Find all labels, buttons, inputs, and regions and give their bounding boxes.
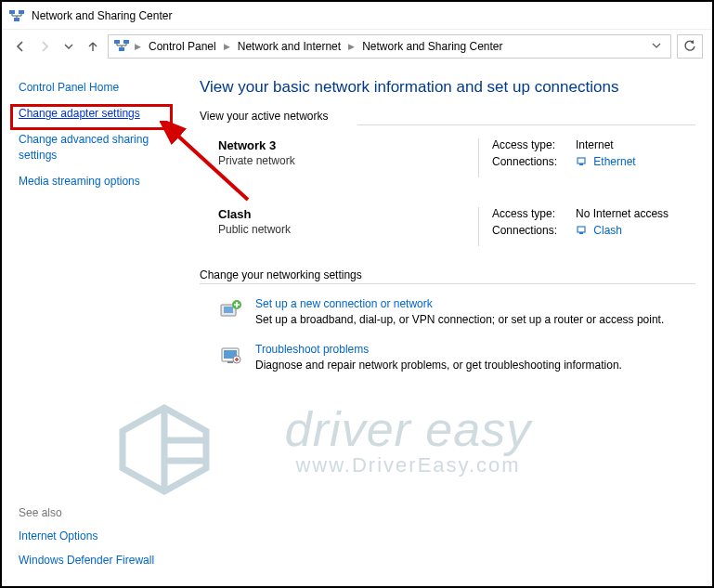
sidebar: Control Panel Home Change adapter settin… xyxy=(2,63,194,586)
recent-locations-button[interactable] xyxy=(59,37,78,56)
breadcrumb-network-internet[interactable]: Network and Internet xyxy=(234,40,344,53)
ethernet-icon xyxy=(576,225,587,236)
settings-desc: Diagnose and repair network problems, or… xyxy=(255,359,622,372)
forward-button[interactable] xyxy=(35,37,54,56)
settings-item-troubleshoot: Troubleshoot problems Diagnose and repai… xyxy=(218,343,695,372)
setup-connection-icon xyxy=(218,297,244,323)
access-type-label: Access type: xyxy=(492,138,576,151)
see-also-defender-firewall[interactable]: Windows Defender Firewall xyxy=(19,553,154,568)
network-name: Network 3 xyxy=(218,138,478,152)
up-button[interactable] xyxy=(84,37,102,56)
active-networks-heading: View your active networks xyxy=(200,110,695,123)
see-also-heading: See also xyxy=(19,506,154,519)
network-type: Private network xyxy=(218,154,478,167)
troubleshoot-icon xyxy=(218,343,244,369)
svg-rect-9 xyxy=(579,232,583,234)
svg-rect-6 xyxy=(578,158,585,163)
svg-rect-7 xyxy=(579,163,583,165)
breadcrumb-network-sharing[interactable]: Network and Sharing Center xyxy=(358,40,506,53)
network-row: Network 3 Private network Access type: I… xyxy=(200,125,695,194)
svg-rect-11 xyxy=(224,307,233,313)
connection-link[interactable]: Ethernet xyxy=(593,155,635,168)
chevron-right-icon[interactable]: ▶ xyxy=(222,42,232,51)
ethernet-icon xyxy=(576,156,587,167)
settings-link-setup[interactable]: Set up a new connection or network xyxy=(255,297,664,310)
refresh-button[interactable] xyxy=(677,34,703,59)
breadcrumb-control-panel[interactable]: Control Panel xyxy=(145,40,220,53)
svg-rect-0 xyxy=(9,10,15,14)
back-button[interactable] xyxy=(11,37,30,56)
svg-rect-3 xyxy=(114,40,120,44)
svg-rect-8 xyxy=(578,227,585,232)
address-bar[interactable]: ▶ Control Panel ▶ Network and Internet ▶… xyxy=(108,34,671,59)
access-type-label: Access type: xyxy=(492,207,576,220)
network-center-icon xyxy=(114,38,129,56)
control-panel-home-link[interactable]: Control Panel Home xyxy=(19,80,181,95)
address-dropdown-button[interactable] xyxy=(646,41,667,52)
settings-item-setup-connection: Set up a new connection or network Set u… xyxy=(218,297,695,326)
svg-rect-5 xyxy=(119,47,124,51)
network-row: Clash Public network Access type: No Int… xyxy=(200,194,695,263)
settings-desc: Set up a broadband, dial-up, or VPN conn… xyxy=(255,313,664,326)
network-center-icon xyxy=(9,8,24,23)
network-name: Clash xyxy=(218,207,478,221)
connections-label: Connections: xyxy=(492,224,576,237)
settings-heading: Change your networking settings xyxy=(200,268,695,281)
network-type: Public network xyxy=(218,223,478,236)
chevron-right-icon[interactable]: ▶ xyxy=(133,42,143,51)
connections-label: Connections: xyxy=(492,155,576,168)
svg-rect-2 xyxy=(14,18,19,21)
svg-rect-1 xyxy=(19,10,24,14)
sidebar-link-media-streaming[interactable]: Media streaming options xyxy=(19,175,140,188)
see-also-internet-options[interactable]: Internet Options xyxy=(19,529,154,543)
svg-rect-4 xyxy=(123,40,129,44)
window-title: Network and Sharing Center xyxy=(32,9,172,22)
vertical-separator xyxy=(478,207,479,246)
navigation-bar: ▶ Control Panel ▶ Network and Internet ▶… xyxy=(2,30,712,63)
access-type-value: No Internet access xyxy=(576,207,669,220)
window-titlebar: Network and Sharing Center xyxy=(2,2,712,30)
sidebar-link-advanced-sharing[interactable]: Change advanced sharing settings xyxy=(19,133,149,161)
access-type-value: Internet xyxy=(576,138,614,151)
connection-link[interactable]: Clash xyxy=(593,224,622,237)
see-also-section: See also Internet Options Windows Defend… xyxy=(19,506,154,577)
vertical-separator xyxy=(478,138,479,177)
main-content: View your basic network information and … xyxy=(194,63,712,586)
settings-link-troubleshoot[interactable]: Troubleshoot problems xyxy=(255,343,622,356)
svg-rect-15 xyxy=(227,361,233,363)
chevron-right-icon[interactable]: ▶ xyxy=(346,42,357,51)
sidebar-link-change-adapter[interactable]: Change adapter settings xyxy=(19,107,140,120)
page-title: View your basic network information and … xyxy=(200,78,695,97)
